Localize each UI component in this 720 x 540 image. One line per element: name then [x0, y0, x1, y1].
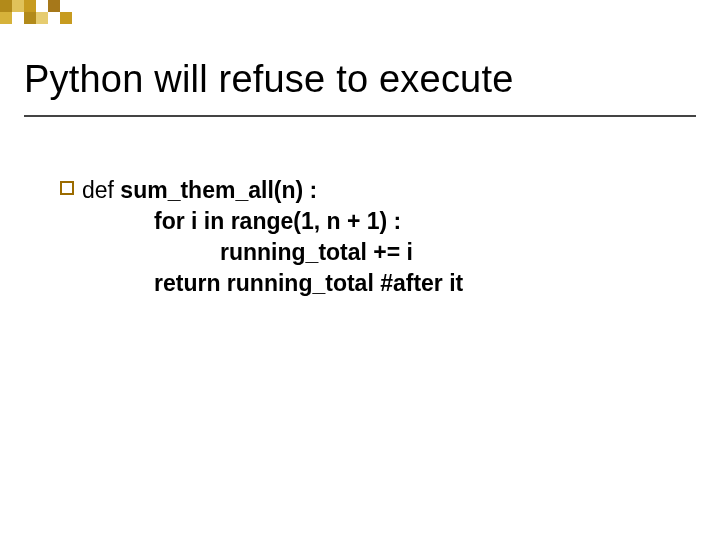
svg-rect-1: [12, 0, 24, 12]
slide: Python will refuse to execute def sum_th…: [0, 0, 720, 540]
svg-rect-5: [24, 12, 36, 24]
svg-rect-2: [24, 0, 36, 12]
svg-rect-6: [36, 12, 48, 24]
svg-rect-4: [0, 12, 12, 24]
code-line-3: running_total += i: [60, 237, 660, 268]
code-line-1-rest: sum_them_all(n) :: [114, 177, 317, 203]
slide-title: Python will refuse to execute: [24, 58, 696, 101]
bullet-item: def sum_them_all(n) :: [60, 175, 660, 206]
svg-rect-3: [48, 0, 60, 12]
slide-body: def sum_them_all(n) : for i in range(1, …: [0, 117, 720, 299]
square-bullet-icon: [60, 181, 74, 195]
code-block: def sum_them_all(n) :: [82, 175, 317, 206]
code-line-4: return running_total #after it: [60, 268, 660, 299]
code-line-1: def sum_them_all(n) :: [82, 175, 317, 206]
corner-squares-icon: [0, 0, 96, 40]
svg-rect-0: [0, 0, 12, 12]
code-line-2: for i in range(1, n + 1) :: [60, 206, 660, 237]
svg-rect-7: [60, 12, 72, 24]
def-keyword: def: [82, 177, 114, 203]
